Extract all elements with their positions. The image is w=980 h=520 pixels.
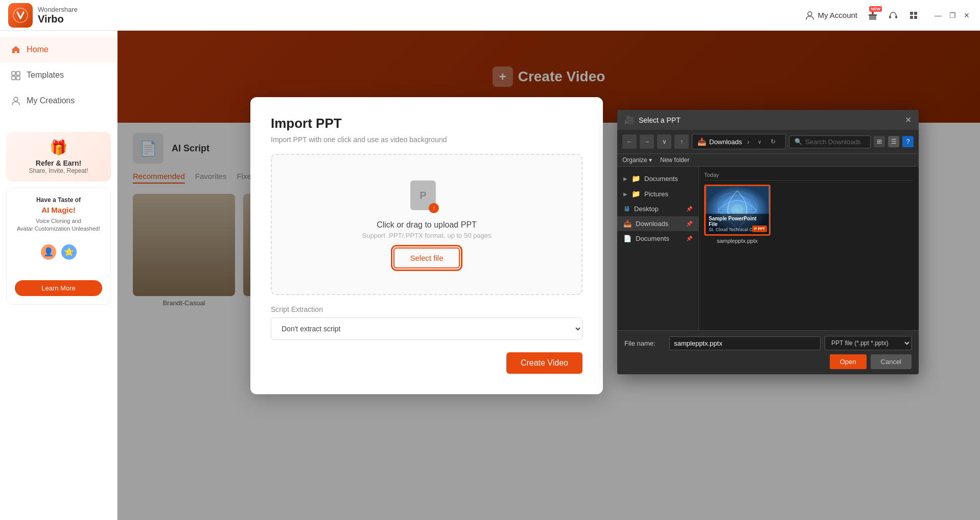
sidebar-documents-collapsed[interactable]: ▶ 📁 Documents xyxy=(617,171,698,186)
ai-magic-desc: Voice Cloning andAvatar Customization Un… xyxy=(15,217,102,233)
ppt-badge: P PPT xyxy=(752,225,767,232)
search-bar[interactable]: 🔍 Search Downloads xyxy=(789,135,871,148)
select-file-button[interactable]: Select file xyxy=(393,247,459,268)
search-icon: 🔍 xyxy=(795,138,802,145)
sidebar-item-home[interactable]: Home xyxy=(0,37,117,62)
svg-point-1 xyxy=(808,12,812,16)
file-name-label: samplepptx.pptx xyxy=(704,238,771,244)
svg-rect-11 xyxy=(16,72,20,75)
close-button[interactable]: ✕ xyxy=(962,10,972,20)
svg-rect-5 xyxy=(895,16,897,18)
sidebar-item-templates[interactable]: Templates xyxy=(0,62,117,88)
refresh-button[interactable]: ↻ xyxy=(768,137,778,147)
upload-text: Click or drag to upload PPT xyxy=(377,220,477,230)
sidebar-documents-pinned[interactable]: 📄 Documents 📌 xyxy=(617,231,698,246)
home-icon xyxy=(10,44,21,55)
organize-bar: Organize ▾ New folder xyxy=(617,154,919,167)
filename-row: File name: PPT file (*.ppt *.pptx) xyxy=(624,336,912,350)
script-section-label: Script Extraction xyxy=(271,305,582,313)
import-ppt-modal: Import PPT Import PPT with one click and… xyxy=(250,97,603,394)
title-bar-icons: NEW xyxy=(866,8,921,22)
window-controls: — ❐ ✕ xyxy=(933,10,972,20)
help-button[interactable]: ? xyxy=(902,136,914,147)
file-dialog-bottom: File name: PPT file (*.ppt *.pptx) Open … xyxy=(617,330,919,374)
import-modal-desc: Import PPT with one click and use as vid… xyxy=(271,135,582,144)
my-creations-icon xyxy=(10,95,21,106)
upload-sub: Support .PPT/.PPTX format, up to 50 page… xyxy=(362,232,492,239)
path-dropdown-button[interactable]: ∨ xyxy=(755,137,765,147)
main-layout: Home Templates xyxy=(0,31,980,520)
grid-icon[interactable] xyxy=(906,8,921,22)
headphones-icon[interactable] xyxy=(886,8,900,22)
sidebar: Home Templates xyxy=(0,31,118,520)
templates-icon xyxy=(10,70,21,81)
refer-title: Refer & Earn! xyxy=(13,159,104,167)
folder-icon: 📁 xyxy=(632,174,640,183)
maximize-button[interactable]: ❐ xyxy=(947,10,958,20)
script-extraction-select[interactable]: Don't extract script xyxy=(271,318,582,340)
upload-zone[interactable]: P ↑ Click or drag to upload PPT Support … xyxy=(271,154,582,295)
svg-rect-9 xyxy=(914,16,917,19)
svg-rect-6 xyxy=(910,12,913,15)
content-area: + Create Video 📄 AI Script Recommended F… xyxy=(118,31,980,520)
organize-button[interactable]: Organize ▾ xyxy=(622,156,652,164)
svg-rect-7 xyxy=(914,12,917,15)
title-bar-right: My Account NEW xyxy=(805,8,972,22)
ai-magic-title: AI Magic! xyxy=(15,206,102,214)
learn-more-button[interactable]: Learn More xyxy=(15,280,102,296)
open-button[interactable]: Open xyxy=(830,354,867,369)
up-button[interactable]: ↑ xyxy=(674,134,689,149)
forward-button[interactable]: → xyxy=(640,134,654,149)
dialog-actions: Open Cancel xyxy=(624,354,912,369)
file-dialog-titlebar: 🎥 Select a PPT ✕ xyxy=(617,110,919,130)
cancel-button[interactable]: Cancel xyxy=(871,354,912,369)
svg-rect-13 xyxy=(16,76,20,80)
svg-point-14 xyxy=(14,97,18,101)
file-dialog-content: Today xyxy=(699,167,919,330)
file-dialog-close-button[interactable]: ✕ xyxy=(905,115,912,125)
file-type-select[interactable]: PPT file (*.ppt *.pptx) xyxy=(825,336,912,350)
app-name: Wondershare Virbo xyxy=(38,6,78,25)
pin-icon: 📌 xyxy=(686,206,692,212)
sidebar-item-my-creations[interactable]: My Creations xyxy=(0,88,117,114)
new-folder-button[interactable]: New folder xyxy=(660,156,689,164)
file-thumbnail: Sample PowerPoint File St. Cloud Technic… xyxy=(704,185,771,236)
refer-earn-card: 🎁 Refer & Earn! Share, Invite, Repeat! xyxy=(6,132,111,182)
filename-input[interactable] xyxy=(669,336,821,350)
svg-rect-10 xyxy=(12,72,15,75)
downloads-folder-icon: 📥 xyxy=(697,138,706,146)
user-icon xyxy=(805,11,814,20)
view-large-icon-button[interactable]: ⊞ xyxy=(874,136,885,147)
expand-icon: ▶ xyxy=(623,191,627,197)
script-section: Script Extraction Don't extract script xyxy=(271,305,582,340)
svg-rect-2 xyxy=(869,14,877,16)
file-dialog-sidebar: ▶ 📁 Documents ▶ 📁 Pictures 🖥 Desktop xyxy=(617,167,699,330)
desktop-icon: 🖥 xyxy=(623,205,630,213)
file-dialog-body: ▶ 📁 Documents ▶ 📁 Pictures 🖥 Desktop xyxy=(617,167,919,330)
sidebar-desktop[interactable]: 🖥 Desktop 📌 xyxy=(617,201,698,216)
gift-icon[interactable]: NEW xyxy=(866,8,880,22)
pin-icon: 📌 xyxy=(686,236,692,241)
expand-icon: ▶ xyxy=(623,176,627,182)
pin-icon: 📌 xyxy=(686,221,692,227)
expand-button[interactable]: ∨ xyxy=(657,134,671,149)
sidebar-downloads[interactable]: 📥 Downloads 📌 xyxy=(617,216,698,231)
svg-rect-4 xyxy=(889,16,891,18)
minimize-button[interactable]: — xyxy=(933,10,943,20)
upload-arrow-icon: ↑ xyxy=(429,203,439,213)
sidebar-pictures-collapsed[interactable]: ▶ 📁 Pictures xyxy=(617,186,698,201)
ppt-upload-icon: P ↑ xyxy=(410,180,443,213)
ai-magic-card: Have a Taste of AI Magic! Voice Cloning … xyxy=(6,188,111,305)
file-dialog: 🎥 Select a PPT ✕ ← → ∨ ↑ 📥 Downloads › xyxy=(617,110,919,374)
content-section-label: Today xyxy=(704,172,914,180)
back-button[interactable]: ← xyxy=(622,134,637,149)
my-account-button[interactable]: My Account xyxy=(805,11,857,20)
file-item-samplepptx[interactable]: Sample PowerPoint File St. Cloud Technic… xyxy=(704,185,771,244)
svg-rect-3 xyxy=(869,16,876,20)
path-bar[interactable]: 📥 Downloads › ∨ ↻ xyxy=(692,134,786,149)
downloads-icon: 📥 xyxy=(623,220,632,228)
documents-icon: 📄 xyxy=(623,235,632,242)
title-bar: Wondershare Virbo My Account xyxy=(0,0,980,31)
create-video-submit-button[interactable]: Create Video xyxy=(506,352,582,374)
view-list-button[interactable]: ☰ xyxy=(888,136,899,147)
